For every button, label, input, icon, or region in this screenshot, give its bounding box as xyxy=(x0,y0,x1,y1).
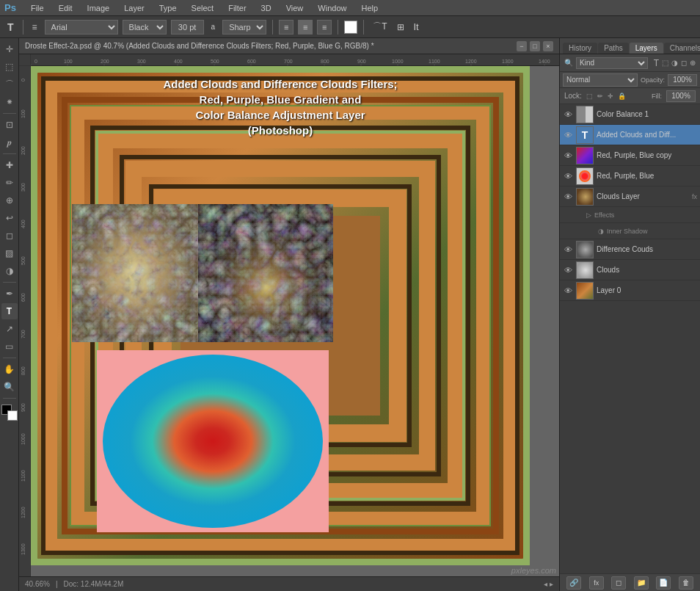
menu-select[interactable]: Select xyxy=(189,2,217,14)
type-tool[interactable]: T xyxy=(1,303,18,319)
marquee-tool[interactable]: ⬚ xyxy=(1,59,18,75)
layer-item-rpb[interactable]: 👁 Red, Purple, Blue xyxy=(560,166,700,186)
move-tool[interactable]: ✛ xyxy=(1,41,18,57)
toolbar: T ≡ Arial Black a Sharp ≡ ≡ ≡ ⌒T ⊞ It xyxy=(0,16,700,38)
layer-visibility-clouds-layer[interactable]: 👁 xyxy=(563,192,573,201)
panels-toggle-icon[interactable]: ⊞ xyxy=(394,21,407,34)
scroll-indicator: ◂ ▸ xyxy=(544,580,553,588)
layer-visibility-rpb[interactable]: 👁 xyxy=(563,172,573,181)
lock-transparent-icon[interactable]: ⬚ xyxy=(586,93,593,100)
font-style-select[interactable]: Black xyxy=(123,20,167,35)
filter-smart-icon[interactable]: ⊕ xyxy=(690,59,696,67)
lock-fill-row: Lock: ⬚ ✏ ✛ 🔒 Fill: xyxy=(560,88,700,104)
filter-type-icon[interactable]: T xyxy=(654,58,659,68)
align-right-button[interactable]: ≡ xyxy=(317,20,332,35)
close-button[interactable]: × xyxy=(543,41,553,51)
menu-image[interactable]: Image xyxy=(84,2,113,14)
lasso-tool[interactable]: ⌒ xyxy=(1,76,18,93)
layer-visibility-clouds[interactable]: 👁 xyxy=(563,266,573,275)
new-layer-button[interactable]: 📄 xyxy=(656,576,671,590)
gradient-tool[interactable]: ▨ xyxy=(1,245,18,261)
main-layout: ✛ ⬚ ⌒ ⁕ ⊡ 𝒑 ✚ ✏ ⊕ ↩ ◻ ▨ ◑ ✒ T ↗ ▭ ✋ 🔍 Dr… xyxy=(0,38,700,591)
layer-item-clouds[interactable]: 👁 Clouds xyxy=(560,260,700,280)
background-color[interactable] xyxy=(7,410,18,421)
tab-paths[interactable]: Paths xyxy=(598,43,629,54)
rectangle-tool[interactable]: ▭ xyxy=(1,338,18,355)
add-mask-button[interactable]: ◻ xyxy=(611,576,626,590)
toolbar-sep-3 xyxy=(338,20,338,35)
menu-view[interactable]: View xyxy=(283,2,307,14)
filter-adj-icon[interactable]: ◑ xyxy=(671,59,678,67)
layer-thumb-rpb xyxy=(576,167,594,185)
fill-input[interactable] xyxy=(666,90,696,102)
ruler-corner xyxy=(19,54,31,66)
menu-help[interactable]: Help xyxy=(358,2,381,14)
menu-window[interactable]: Window xyxy=(315,2,349,14)
blend-mode-select[interactable]: Normal xyxy=(563,73,638,87)
eraser-tool[interactable]: ◻ xyxy=(1,228,18,244)
minimize-button[interactable]: − xyxy=(517,41,527,51)
fg-bg-colors[interactable] xyxy=(1,405,18,421)
status-sep: | xyxy=(56,580,58,588)
menu-file[interactable]: File xyxy=(28,2,47,14)
layer-visibility-added-clouds[interactable]: 👁 xyxy=(563,131,573,139)
toolbar-sep-2 xyxy=(272,20,273,35)
add-link-button[interactable]: 🔗 xyxy=(566,576,581,590)
healing-tool[interactable]: ✚ xyxy=(1,157,18,173)
font-size-input[interactable] xyxy=(171,20,204,35)
align-center-button[interactable]: ≡ xyxy=(298,20,313,35)
svg-text:1400: 1400 xyxy=(539,59,550,64)
clone-tool[interactable]: ⊕ xyxy=(1,192,18,209)
font-options-icon[interactable]: ≡ xyxy=(29,21,40,34)
layer-item-layer0[interactable]: 👁 Layer 0 xyxy=(560,280,700,301)
layer-item-diff-clouds[interactable]: 👁 Difference Couds xyxy=(560,239,700,260)
layer-item-added-clouds[interactable]: 👁 T Added Clouds and Diff... xyxy=(560,125,700,145)
tab-channels[interactable]: Channels xyxy=(664,43,700,54)
layer-visibility-layer0[interactable]: 👁 xyxy=(563,286,573,295)
layer-visibility-color-balance[interactable]: 👁 xyxy=(563,110,573,119)
eyedropper-tool[interactable]: 𝒑 xyxy=(1,134,18,151)
crop-tool[interactable]: ⊡ xyxy=(1,117,18,133)
tab-layers[interactable]: Layers xyxy=(630,43,663,54)
brush-tool[interactable]: ✏ xyxy=(1,175,18,191)
hand-tool[interactable]: ✋ xyxy=(1,361,18,377)
menu-edit[interactable]: Edit xyxy=(56,2,76,14)
wand-tool[interactable]: ⁕ xyxy=(1,94,18,110)
layer-item-rpb-copy[interactable]: 👁 Red, Purple, Blue copy xyxy=(560,145,700,166)
warp-text-icon[interactable]: ⌒T xyxy=(370,19,390,35)
filter-pixel-icon[interactable]: ⬚ xyxy=(662,59,668,67)
lock-move-icon[interactable]: ✛ xyxy=(608,93,613,100)
menu-3d[interactable]: 3D xyxy=(258,2,274,14)
zoom-tool[interactable]: 🔍 xyxy=(1,379,18,395)
aa-mode-select[interactable]: Sharp xyxy=(222,20,266,35)
effects-expand-icon[interactable]: ▷ xyxy=(586,211,591,219)
menu-type[interactable]: Type xyxy=(156,2,180,14)
tool-separator-1 xyxy=(3,113,16,114)
layer-visibility-diff-clouds[interactable]: 👁 xyxy=(563,245,573,254)
layer-visibility-rpb-copy[interactable]: 👁 xyxy=(563,151,573,160)
lock-pixels-icon[interactable]: ✏ xyxy=(597,93,603,100)
delete-layer-button[interactable]: 🗑 xyxy=(679,576,693,590)
maximize-button[interactable]: □ xyxy=(530,41,540,51)
pen-tool[interactable]: ✒ xyxy=(1,286,18,302)
layer-item-color-balance[interactable]: 👁 Color Balance 1 xyxy=(560,104,700,125)
text-color-swatch[interactable] xyxy=(344,21,357,34)
layers-kind-select[interactable]: Kind xyxy=(576,57,648,69)
menu-layer[interactable]: Layer xyxy=(121,2,147,14)
tab-history[interactable]: History xyxy=(563,43,597,54)
path-selection-tool[interactable]: ↗ xyxy=(1,321,18,337)
fx-button[interactable]: fx xyxy=(589,576,604,590)
history-brush-tool[interactable]: ↩ xyxy=(1,210,18,226)
layer-item-clouds-layer[interactable]: 👁 Clouds Layer fx xyxy=(560,186,700,207)
dodge-tool[interactable]: ◑ xyxy=(1,263,18,279)
menu-filter[interactable]: Filter xyxy=(225,2,249,14)
opacity-input[interactable]: 100% xyxy=(668,74,697,86)
font-family-select[interactable]: Arial xyxy=(45,20,118,35)
lock-all-icon[interactable]: 🔒 xyxy=(618,93,626,100)
svg-text:800: 800 xyxy=(21,366,26,375)
align-left-button[interactable]: ≡ xyxy=(279,20,294,35)
vertical-ruler: 0 100 200 300 400 500 600 700 800 900 10… xyxy=(19,66,31,576)
filter-shape-icon[interactable]: ◻ xyxy=(681,59,687,67)
new-group-button[interactable]: 📁 xyxy=(634,576,649,590)
type-tool-icon[interactable]: T xyxy=(4,20,17,35)
